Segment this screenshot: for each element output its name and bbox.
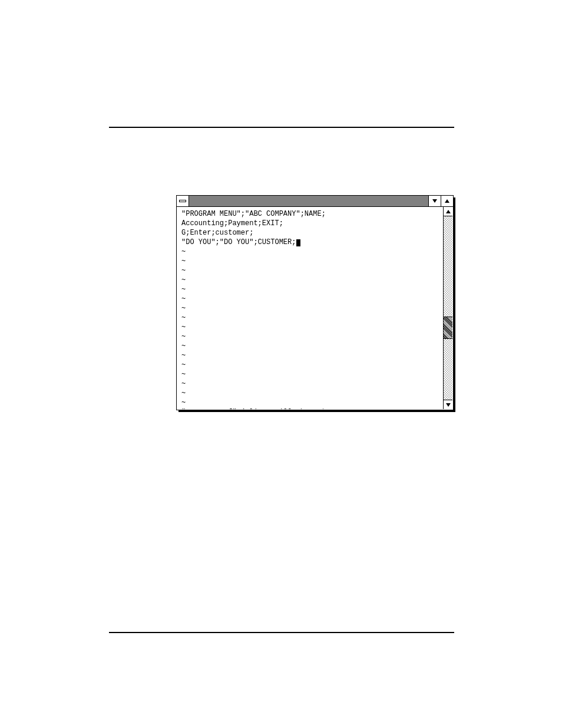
page: "PROGRAM MENU";"ABC COMPANY";NAME;Accoun… (0, 0, 562, 728)
cursor (296, 239, 300, 246)
editor-viewport[interactable]: "PROGRAM MENU";"ABC COMPANY";NAME;Accoun… (177, 207, 443, 409)
editor-empty-line: ~ (181, 304, 441, 313)
editor-empty-line: ~ (181, 247, 441, 256)
editor-empty-line: ~ (181, 370, 441, 379)
editor-empty-line: ~ (181, 313, 441, 322)
system-menu-icon[interactable] (177, 196, 189, 206)
editor-empty-line: ~ (181, 285, 441, 294)
scroll-thumb[interactable] (444, 317, 452, 339)
editor-line: "PROGRAM MENU";"ABC COMPANY";NAME; (181, 209, 441, 219)
editor-empty-line: ~ (181, 341, 441, 351)
titlebar (177, 196, 453, 207)
editor-empty-line: ~ (181, 322, 441, 332)
editor-empty-line: ~ (181, 275, 441, 285)
window-shadow-right (454, 197, 455, 412)
vertical-scrollbar[interactable] (443, 207, 452, 409)
terminal-window: "PROGRAM MENU";"ABC COMPANY";NAME;Accoun… (176, 195, 454, 410)
minimize-button[interactable] (428, 196, 441, 206)
divider-bottom (109, 632, 454, 633)
editor-empty-line: ~ (181, 388, 441, 398)
scroll-up-button[interactable] (444, 207, 452, 216)
window-frame: "PROGRAM MENU";"ABC COMPANY";NAME;Accoun… (176, 195, 454, 410)
editor-line: Accounting;Payment;EXIT; (181, 219, 441, 228)
editor-empty-line: ~ (181, 294, 441, 304)
editor-empty-line: ~ (181, 332, 441, 341)
editor-line: "DO YOU";"DO YOU";CUSTOMER; (181, 238, 441, 247)
editor-empty-line: ~ (181, 351, 441, 360)
client-wrap: "PROGRAM MENU";"ABC COMPANY";NAME;Accoun… (177, 207, 452, 409)
editor-empty-line: ~ (181, 379, 441, 388)
editor-line: G;Enter;customer; (181, 228, 441, 238)
editor-empty-line: ~ (181, 360, 441, 370)
window-shadow-bottom (178, 410, 455, 412)
editor-empty-line: ~ (181, 398, 441, 407)
scroll-down-button[interactable] (444, 400, 452, 409)
titlebar-fill[interactable] (189, 196, 428, 206)
maximize-button[interactable] (441, 196, 453, 206)
scroll-track[interactable] (444, 216, 452, 400)
editor-status-line: "screen.conf" 4 lines, 106 characters (181, 407, 441, 409)
editor-empty-line: ~ (181, 266, 441, 275)
editor-empty-line: ~ (181, 256, 441, 266)
divider-top (109, 127, 454, 128)
